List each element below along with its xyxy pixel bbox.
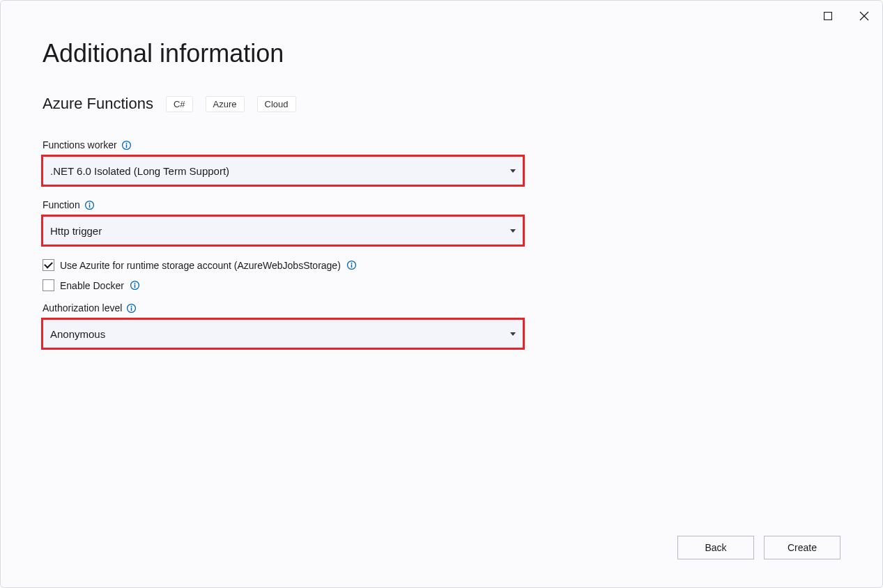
svg-rect-8 [89,204,90,208]
svg-rect-11 [351,264,353,268]
chevron-down-icon [510,169,516,173]
use-azurite-label: Use Azurite for runtime storage account … [60,260,341,271]
function-label-row: Function [43,199,840,210]
use-azurite-checkbox[interactable] [43,259,54,271]
function-dropdown[interactable]: Http trigger [43,216,523,245]
function-value: Http trigger [50,225,102,237]
page-title: Additional information [43,39,840,68]
functions-worker-dropdown[interactable]: .NET 6.0 Isolated (Long Term Support) [43,156,523,185]
functions-worker-label-row: Functions worker [43,139,840,150]
tag-azure: Azure [206,96,245,112]
svg-rect-5 [125,144,127,148]
back-button[interactable]: Back [677,536,754,559]
tag-cloud: Cloud [257,96,296,112]
tag-csharp: C# [166,96,193,112]
enable-docker-label: Enable Docker [60,280,124,291]
maximize-icon [824,12,832,20]
use-azurite-row: Use Azurite for runtime storage account … [43,259,840,271]
info-icon[interactable] [121,140,132,150]
authorization-level-dropdown[interactable]: Anonymous [43,319,523,348]
chevron-down-icon [510,229,516,233]
create-button[interactable]: Create [764,536,840,559]
authorization-level-label: Authorization level [43,302,122,314]
authorization-level-label-row: Authorization level [43,302,840,314]
functions-worker-label: Functions worker [43,139,117,150]
info-icon[interactable] [346,260,357,270]
dialog-footer: Back Create [677,536,840,559]
svg-point-16 [131,305,132,307]
maximize-button[interactable] [818,6,838,26]
info-icon[interactable] [126,303,137,314]
authorization-level-value: Anonymous [50,328,105,340]
enable-docker-row: Enable Docker [43,279,840,291]
info-icon[interactable] [130,280,140,291]
svg-rect-0 [824,13,832,20]
svg-point-10 [351,263,352,264]
window-titlebar-controls [818,6,874,26]
close-button[interactable] [854,6,874,26]
subtitle-row: Azure Functions C# Azure Cloud [43,95,840,113]
svg-point-7 [89,202,90,203]
functions-worker-value: .NET 6.0 Isolated (Long Term Support) [50,165,229,177]
svg-point-13 [134,283,135,284]
chevron-down-icon [510,332,516,336]
svg-rect-17 [131,307,132,311]
svg-rect-14 [135,284,136,288]
function-label: Function [43,199,80,210]
subtitle: Azure Functions [43,95,153,113]
info-icon[interactable] [84,200,95,210]
svg-point-4 [125,142,127,144]
enable-docker-checkbox[interactable] [43,279,54,291]
close-icon [859,11,869,21]
dialog-content: Additional information Azure Functions C… [1,1,882,348]
